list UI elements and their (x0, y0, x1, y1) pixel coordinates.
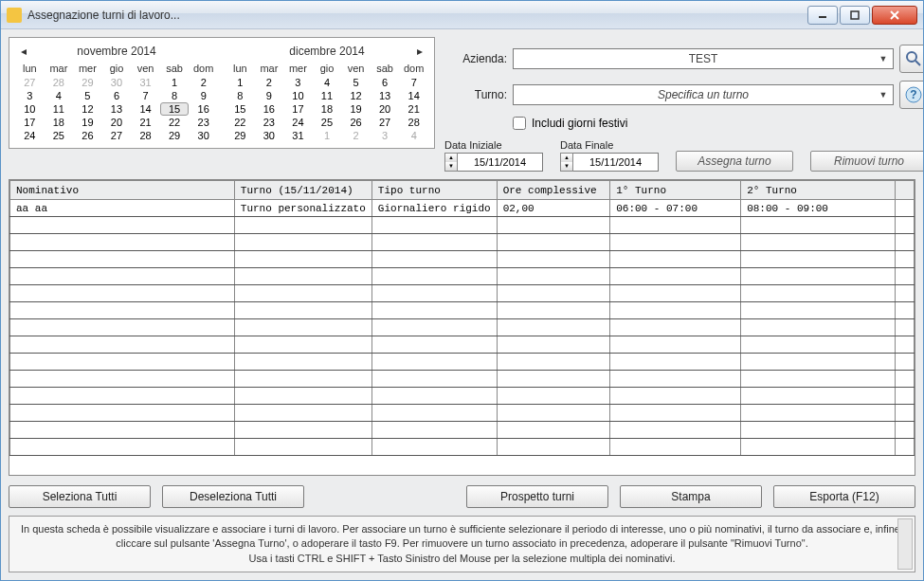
cal-day[interactable]: 4 (313, 76, 342, 89)
help-button[interactable]: ? (899, 81, 923, 109)
table-row[interactable] (10, 354, 915, 371)
table-row[interactable] (10, 251, 915, 268)
cal-day[interactable]: 27 (102, 129, 132, 142)
cal-day[interactable]: 20 (102, 116, 132, 129)
cal-day[interactable]: 4 (45, 89, 74, 102)
cal-day[interactable]: 26 (73, 129, 102, 142)
cal-day[interactable]: 10 (283, 89, 313, 102)
cal-day[interactable]: 13 (371, 89, 400, 102)
seleziona-tutti-button[interactable]: Seleziona Tutti (9, 485, 151, 508)
cal-day[interactable]: 28 (131, 129, 160, 142)
table-row[interactable] (10, 319, 915, 336)
cal-day[interactable]: 1 (160, 76, 190, 89)
cal-day[interactable]: 11 (45, 102, 74, 116)
cal-day[interactable]: 12 (341, 89, 371, 102)
turno-dropdown[interactable]: Specifica un turno ▼ (513, 84, 894, 105)
cal-day[interactable]: 3 (371, 129, 400, 142)
cal-day[interactable]: 29 (73, 76, 102, 89)
cal-day[interactable]: 15 (160, 102, 190, 116)
cal-day[interactable]: 31 (283, 129, 313, 142)
cal-day[interactable]: 1 (226, 76, 255, 89)
assegna-turno-button[interactable]: Assegna turno (676, 151, 793, 172)
cal-day[interactable]: 12 (73, 102, 102, 116)
cal-day[interactable]: 22 (160, 116, 190, 129)
help-scrollbar[interactable] (897, 518, 913, 570)
table-row[interactable] (10, 422, 915, 439)
table-row[interactable] (10, 405, 915, 422)
cal-day[interactable]: 27 (15, 76, 45, 89)
cal-day[interactable]: 18 (45, 116, 74, 129)
column-header[interactable]: Turno (15/11/2014) (234, 181, 371, 200)
data-finale-spinner[interactable]: ▲▼ (560, 153, 573, 172)
cal-day[interactable]: 18 (313, 102, 342, 116)
esporta-button[interactable]: Esporta (F12) (773, 485, 915, 508)
cal-day[interactable]: 2 (255, 76, 284, 89)
cal-day[interactable]: 6 (102, 89, 132, 102)
azienda-dropdown[interactable]: TEST ▼ (513, 48, 894, 69)
cal-day[interactable]: 25 (45, 129, 74, 142)
cal-day[interactable]: 21 (399, 102, 428, 116)
cal-day[interactable]: 22 (226, 116, 255, 129)
rimuovi-turno-button[interactable]: Rimuovi turno (810, 151, 923, 172)
cal-day[interactable]: 29 (226, 129, 255, 142)
cal-day[interactable]: 9 (255, 89, 284, 102)
table-row[interactable] (10, 439, 915, 456)
table-row[interactable] (10, 388, 915, 405)
column-header[interactable]: Tipo turno (371, 181, 497, 200)
column-header[interactable]: Ore complessive (497, 181, 610, 200)
cal-day[interactable]: 28 (399, 116, 428, 129)
cal-day[interactable]: 2 (341, 129, 371, 142)
cal-day[interactable]: 21 (131, 116, 160, 129)
cal-day[interactable]: 31 (131, 76, 160, 89)
cal-day[interactable]: 16 (189, 102, 218, 116)
cal-day[interactable]: 7 (131, 89, 160, 102)
cal-day[interactable]: 16 (255, 102, 284, 116)
cal-day[interactable]: 24 (283, 116, 313, 129)
cal-day[interactable]: 19 (73, 116, 102, 129)
table-row[interactable]: aa aaTurno personalizzatoGiornaliero rig… (10, 200, 915, 217)
table-row[interactable] (10, 217, 915, 234)
cal-day[interactable]: 5 (341, 76, 371, 89)
calendar-december[interactable]: dicembre 2014 ▸ lunmarmergiovensabdom 12… (226, 42, 428, 142)
cal-day[interactable]: 9 (189, 89, 218, 102)
search-button[interactable] (899, 45, 923, 73)
table-row[interactable] (10, 268, 915, 285)
prospetto-turni-button[interactable]: Prospetto turni (466, 485, 608, 508)
cal-day[interactable]: 23 (189, 116, 218, 129)
cal-day[interactable]: 14 (399, 89, 428, 102)
cal-day[interactable]: 26 (341, 116, 371, 129)
cal-day[interactable]: 30 (102, 76, 132, 89)
cal-day[interactable]: 17 (15, 116, 45, 129)
cal-day[interactable]: 1 (313, 129, 342, 142)
cal-day[interactable]: 3 (15, 89, 45, 102)
column-header[interactable]: 1° Turno (610, 181, 741, 200)
stampa-button[interactable]: Stampa (620, 485, 762, 508)
includi-festivi-checkbox[interactable] (513, 117, 526, 130)
data-finale-input[interactable] (573, 153, 659, 172)
maximize-button[interactable] (840, 6, 870, 25)
column-header[interactable]: Nominativo (10, 181, 235, 200)
table-row[interactable] (10, 285, 915, 302)
cal-day[interactable]: 23 (255, 116, 284, 129)
table-row[interactable] (10, 336, 915, 354)
cal-day[interactable]: 17 (283, 102, 313, 116)
cal-day[interactable]: 27 (371, 116, 400, 129)
cal-day[interactable]: 24 (15, 129, 45, 142)
cal-day[interactable]: 15 (226, 102, 255, 116)
column-header[interactable]: 2° Turno (741, 181, 896, 200)
cal-prev-icon[interactable]: ◂ (15, 45, 32, 58)
minimize-button[interactable] (807, 6, 838, 25)
table-row[interactable] (10, 371, 915, 388)
calendar-november[interactable]: ◂ novembre 2014 lunmarmergiovensabdom 27… (15, 42, 218, 142)
cal-next-icon[interactable]: ▸ (411, 45, 428, 58)
cal-day[interactable]: 14 (131, 102, 160, 116)
cal-day[interactable]: 30 (189, 129, 218, 142)
cal-day[interactable]: 30 (255, 129, 284, 142)
cal-day[interactable]: 6 (371, 76, 400, 89)
data-iniziale-spinner[interactable]: ▲▼ (444, 153, 458, 172)
data-grid[interactable]: NominativoTurno (15/11/2014)Tipo turnoOr… (9, 179, 915, 476)
cal-day[interactable]: 10 (15, 102, 45, 116)
table-row[interactable] (10, 234, 915, 251)
close-button[interactable] (872, 6, 917, 25)
cal-day[interactable]: 4 (399, 129, 428, 142)
